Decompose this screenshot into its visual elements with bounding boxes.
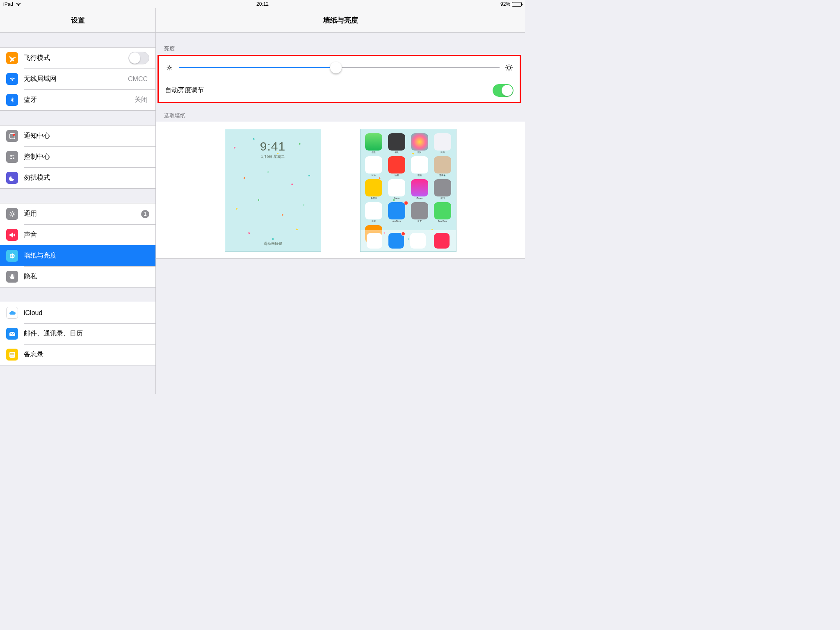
svg-point-1 [12,133,14,135]
sidebar-item-mail[interactable]: 邮件、通讯录、日历 [0,323,155,344]
airplane-toggle[interactable] [128,52,149,64]
sidebar-item-notes[interactable]: 备忘录 [0,344,155,365]
auto-brightness-row: 自动亮度调节 [165,79,514,102]
svg-line-34 [168,66,168,66]
svg-point-6 [11,213,14,215]
svg-line-12 [14,215,14,216]
sun-high-icon [504,63,514,72]
sidebar-item-dnd[interactable]: 勿扰模式 [0,167,155,188]
icloud-label: iCloud [24,309,149,317]
sidebar-item-wallpaper[interactable]: 墙纸与亮度 [0,245,155,266]
speaker-icon [6,229,18,241]
svg-line-37 [171,66,171,66]
svg-line-43 [507,65,507,66]
svg-line-11 [10,212,11,212]
wallpaper-lock-preview[interactable]: 9:41 1月9日 星期二 滑动来解锁 [225,129,321,252]
svg-line-14 [14,212,14,212]
svg-point-38 [507,66,511,69]
svg-point-23 [13,254,14,256]
general-badge: 1 [141,210,149,218]
mail-icon [6,328,18,340]
control-center-icon [6,151,18,163]
sidebar-group-connectivity: 飞行模式 无线局域网 CMCC 蓝牙 关闭 [0,47,155,111]
svg-rect-24 [9,332,15,336]
sidebar-item-sounds[interactable]: 声音 [0,224,155,245]
bluetooth-icon [6,94,18,106]
lock-preview-slide: 滑动来解锁 [225,241,321,247]
svg-point-4 [13,158,14,159]
wallpaper-section-label: 选取墙纸 [156,109,525,122]
lock-preview-date: 1月9日 星期二 [261,154,285,160]
svg-rect-3 [12,155,14,156]
sidebar-group-system: 通知中心 控制中心 勿扰模式 [0,125,155,189]
brightness-section-label: 亮度 [156,42,525,55]
wallpaper-panel[interactable]: 9:41 1月9日 星期二 滑动来解锁 信息 相机 照片 日历 时钟 地图 视频… [156,122,525,259]
svg-point-22 [10,256,12,258]
bluetooth-label: 蓝牙 [24,96,135,104]
wifi-settings-icon [6,73,18,85]
sidebar-item-notifications[interactable]: 通知中心 [0,126,155,146]
svg-line-35 [171,69,171,69]
sidebar-item-bluetooth[interactable]: 蓝牙 关闭 [0,89,155,110]
auto-brightness-toggle[interactable] [493,84,514,97]
sidebar-group-services: iCloud 邮件、通讯录、日历 备忘录 [0,302,155,365]
control-center-label: 控制中心 [24,153,149,161]
svg-point-20 [10,254,12,256]
svg-point-19 [13,255,15,257]
sidebar-group-display: 通用 1 声音 墙纸与亮度 隐私 [0,203,155,288]
svg-point-18 [9,255,11,257]
sounds-label: 声音 [24,231,149,239]
mail-label: 邮件、通讯录、日历 [24,329,149,338]
svg-line-13 [10,215,11,216]
sidebar-item-icloud[interactable]: iCloud [0,302,155,323]
sidebar-item-general[interactable]: 通用 1 [0,203,155,224]
dnd-label: 勿扰模式 [24,173,149,182]
svg-point-15 [11,255,13,257]
sidebar-item-control-center[interactable]: 控制中心 [0,146,155,167]
airplane-icon [6,52,18,64]
auto-brightness-label: 自动亮度调节 [165,86,204,95]
battery-icon [512,2,522,7]
svg-point-2 [10,155,12,157]
brightness-slider[interactable] [179,62,500,73]
svg-line-46 [511,65,511,66]
wifi-detail: CMCC [128,75,148,83]
wallpaper-home-preview[interactable]: 信息 相机 照片 日历 时钟 地图 视频 通讯录 备忘录 Game iTunes… [360,129,457,252]
status-bar: iPad 20:12 92% [0,0,525,8]
sun-low-icon [165,63,174,72]
content-pane: 墙纸与亮度 亮度 [156,8,525,394]
moon-icon [6,172,18,184]
gear-icon [6,208,18,220]
content-title: 墙纸与亮度 [156,8,525,33]
svg-line-36 [168,69,168,69]
svg-point-21 [13,256,14,258]
bluetooth-detail: 关闭 [135,96,148,104]
svg-point-16 [11,253,13,255]
notes-icon [6,349,18,361]
svg-line-44 [511,69,511,70]
general-label: 通用 [24,210,141,218]
notification-icon [6,130,18,142]
privacy-label: 隐私 [24,272,149,281]
lock-preview-time: 9:41 [260,139,285,153]
sidebar-item-wifi[interactable]: 无线局域网 CMCC [0,68,155,89]
brightness-highlight: 自动亮度调节 [158,55,521,103]
airplane-label: 飞行模式 [24,54,128,62]
cloud-icon [6,307,18,319]
notes-label: 备忘录 [24,350,149,359]
notifications-label: 通知中心 [24,132,149,140]
sidebar-item-privacy[interactable]: 隐私 [0,266,155,287]
sidebar-title: 设置 [0,8,155,33]
settings-sidebar: 设置 飞行模式 无线局域网 CMCC 蓝牙 关 [0,8,156,394]
svg-line-45 [507,69,507,70]
svg-rect-5 [10,158,12,159]
status-time: 20:12 [0,1,525,7]
hand-icon [6,271,18,283]
svg-point-29 [168,66,170,68]
wifi-label: 无线局域网 [24,75,128,83]
svg-point-17 [11,257,13,258]
brightness-slider-row [165,56,514,79]
flower-icon [6,250,18,262]
sidebar-item-airplane[interactable]: 飞行模式 [0,48,155,68]
wallpaper-label: 墙纸与亮度 [24,251,149,260]
